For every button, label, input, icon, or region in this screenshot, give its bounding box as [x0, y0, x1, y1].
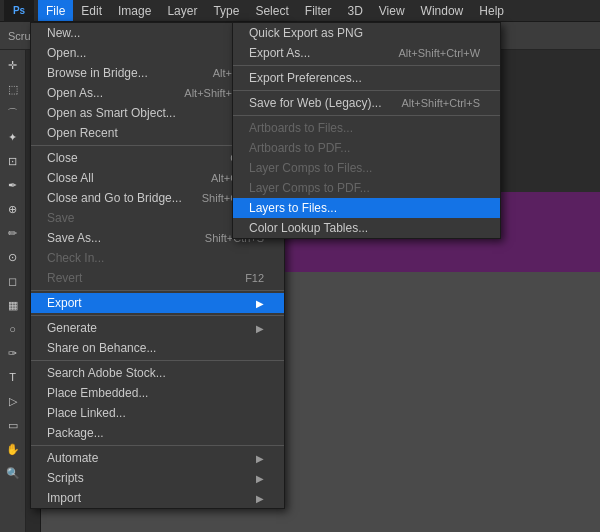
menu-3d[interactable]: 3D — [339, 0, 370, 21]
menu-artboards-files[interactable]: Artboards to Files... — [233, 118, 500, 138]
menu-scripts[interactable]: Scripts ▶ — [31, 468, 284, 488]
menu-edit[interactable]: Edit — [73, 0, 110, 21]
exp-sep-3 — [233, 115, 500, 116]
tool-rect-select[interactable]: ⬚ — [2, 78, 24, 100]
tool-text[interactable]: T — [2, 366, 24, 388]
sep-3 — [31, 315, 284, 316]
menu-window[interactable]: Window — [413, 0, 472, 21]
sep-5 — [31, 445, 284, 446]
tool-magic-wand[interactable]: ✦ — [2, 126, 24, 148]
exp-sep-1 — [233, 65, 500, 66]
menu-package[interactable]: Package... — [31, 423, 284, 443]
menu-image[interactable]: Image — [110, 0, 159, 21]
tool-heal[interactable]: ⊕ — [2, 198, 24, 220]
sep-4 — [31, 360, 284, 361]
menu-artboards-pdf[interactable]: Artboards to PDF... — [233, 138, 500, 158]
tool-dodge[interactable]: ○ — [2, 318, 24, 340]
menu-layers-to-files[interactable]: Layers to Files... — [233, 198, 500, 218]
menu-revert[interactable]: Revert F12 — [31, 268, 284, 288]
menu-export-as[interactable]: Export As... Alt+Shift+Ctrl+W — [233, 43, 500, 63]
tool-gradient[interactable]: ▦ — [2, 294, 24, 316]
tool-clone[interactable]: ⊙ — [2, 246, 24, 268]
menu-save-for-web[interactable]: Save for Web (Legacy)... Alt+Shift+Ctrl+… — [233, 93, 500, 113]
tool-brush[interactable]: ✏ — [2, 222, 24, 244]
ps-logo-text: Ps — [13, 6, 25, 16]
sep-2 — [31, 290, 284, 291]
tool-pen[interactable]: ✑ — [2, 342, 24, 364]
exp-sep-2 — [233, 90, 500, 91]
menu-filter[interactable]: Filter — [297, 0, 340, 21]
menu-import[interactable]: Import ▶ — [31, 488, 284, 508]
menu-file[interactable]: File — [38, 0, 73, 21]
menu-layer-comps-pdf[interactable]: Layer Comps to PDF... — [233, 178, 500, 198]
tool-eraser[interactable]: ◻ — [2, 270, 24, 292]
menu-export[interactable]: Export ▶ — [31, 293, 284, 313]
menu-select[interactable]: Select — [247, 0, 296, 21]
tool-move[interactable]: ✛ — [2, 54, 24, 76]
ps-logo: Ps — [4, 0, 34, 22]
menu-bar: Ps File Edit Image Layer Type Select Fil… — [0, 0, 600, 22]
menu-place-linked[interactable]: Place Linked... — [31, 403, 284, 423]
menu-generate[interactable]: Generate ▶ — [31, 318, 284, 338]
menu-type[interactable]: Type — [205, 0, 247, 21]
menu-view[interactable]: View — [371, 0, 413, 21]
menu-export-prefs[interactable]: Export Preferences... — [233, 68, 500, 88]
tool-lasso[interactable]: ⌒ — [2, 102, 24, 124]
tool-eyedropper[interactable]: ✒ — [2, 174, 24, 196]
menu-layer-comps-files[interactable]: Layer Comps to Files... — [233, 158, 500, 178]
menu-quick-export[interactable]: Quick Export as PNG — [233, 23, 500, 43]
menu-color-lookup[interactable]: Color Lookup Tables... — [233, 218, 500, 238]
tool-zoom[interactable]: 🔍 — [2, 462, 24, 484]
menu-place-embedded[interactable]: Place Embedded... — [31, 383, 284, 403]
menu-check-in[interactable]: Check In... — [31, 248, 284, 268]
menu-layer[interactable]: Layer — [159, 0, 205, 21]
menu-help[interactable]: Help — [471, 0, 512, 21]
export-submenu: Quick Export as PNG Export As... Alt+Shi… — [232, 22, 501, 239]
tool-crop[interactable]: ⊡ — [2, 150, 24, 172]
tool-hand[interactable]: ✋ — [2, 438, 24, 460]
menu-search-stock[interactable]: Search Adobe Stock... — [31, 363, 284, 383]
tool-path[interactable]: ▷ — [2, 390, 24, 412]
left-toolbar: ✛ ⬚ ⌒ ✦ ⊡ ✒ ⊕ ✏ ⊙ ◻ ▦ ○ ✑ T ▷ ▭ ✋ 🔍 — [0, 50, 26, 532]
menu-automate[interactable]: Automate ▶ — [31, 448, 284, 468]
menu-share-behance[interactable]: Share on Behance... — [31, 338, 284, 358]
tool-shape[interactable]: ▭ — [2, 414, 24, 436]
